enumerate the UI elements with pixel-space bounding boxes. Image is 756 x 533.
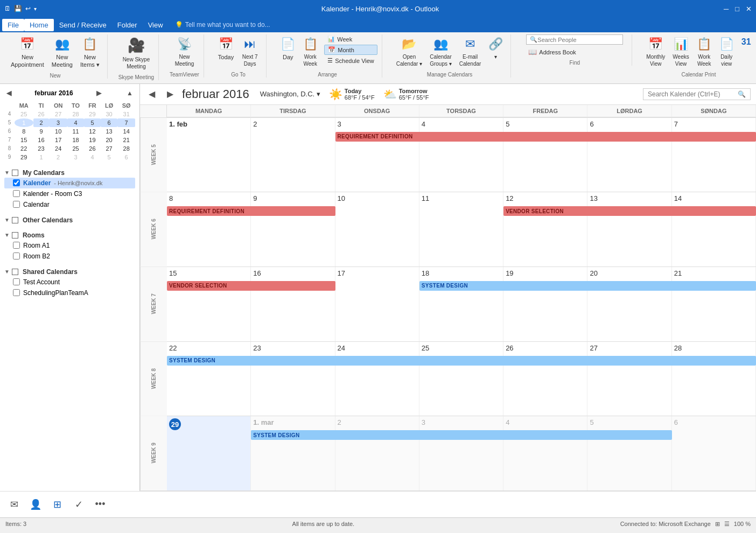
mail-nav-button[interactable]: ✉ bbox=[4, 495, 24, 514]
mini-cal-day-4-6[interactable]: 31 bbox=[117, 110, 135, 118]
mini-week-num-9[interactable]: 9 bbox=[4, 153, 15, 162]
weeks-view-button[interactable]: 📊 Weeks View bbox=[669, 34, 692, 69]
mini-cal-day-7-5[interactable]: 20 bbox=[101, 136, 118, 144]
mini-cal-day-8-3[interactable]: 25 bbox=[67, 144, 84, 153]
room-a1-item[interactable]: Room A1 bbox=[4, 240, 135, 251]
cal-day-WEEK-9-5[interactable]: 5 bbox=[587, 416, 671, 490]
cal-day-WEEK-5-5[interactable]: 6 bbox=[587, 118, 671, 192]
test-account-checkbox[interactable] bbox=[13, 278, 20, 285]
kalender-henrik-checkbox[interactable] bbox=[13, 179, 20, 186]
event-requirement-definition-week-1[interactable]: REQUIREMENT DEFINITION bbox=[335, 132, 756, 142]
cal-day-WEEK-9-3[interactable]: 3 bbox=[419, 416, 503, 490]
cal-day-WEEK-7-2[interactable]: 17 bbox=[335, 267, 419, 341]
quick-access-save[interactable]: 💾 bbox=[14, 5, 22, 12]
cal-day-WEEK-5-4[interactable]: 5 bbox=[503, 118, 587, 192]
share-button[interactable]: 🔗 ▾ bbox=[485, 34, 506, 62]
event-requirement-definition-week-2[interactable]: REQUIREMENT DEFINITION bbox=[167, 206, 335, 216]
daily-view-button[interactable]: 📄 Daily view bbox=[716, 34, 737, 69]
cal-day-WEEK-6-0[interactable]: 8 bbox=[167, 192, 251, 266]
cal-next-button[interactable]: ▶ bbox=[164, 88, 177, 100]
rooms-header[interactable]: ▼ Rooms bbox=[4, 230, 135, 240]
maximize-button[interactable]: □ bbox=[735, 5, 739, 13]
mini-cal-day-9-5[interactable]: 5 bbox=[101, 153, 118, 162]
cal-day-WEEK-5-6[interactable]: 7 bbox=[672, 118, 756, 192]
more-nav-button[interactable]: ••• bbox=[90, 495, 110, 514]
mini-cal-day-5-2[interactable]: 3 bbox=[49, 118, 67, 127]
kalender-roomc3-checkbox[interactable] bbox=[13, 190, 20, 197]
cal-day-WEEK-8-1[interactable]: 23 bbox=[251, 342, 335, 416]
mini-cal-day-7-6[interactable]: 21 bbox=[117, 136, 135, 144]
kalender-roomc3-item[interactable]: Kalender - Room C3 bbox=[4, 188, 135, 199]
cal-day-WEEK-9-2[interactable]: 2 bbox=[335, 416, 419, 490]
cal-day-WEEK-8-2[interactable]: 24 bbox=[335, 342, 419, 416]
event-system-design-week-3[interactable]: SYSTEM DESIGN bbox=[419, 281, 756, 291]
my-calendars-header[interactable]: ▼ My Calendars bbox=[4, 168, 135, 178]
mini-week-num-5[interactable]: 5 bbox=[4, 118, 15, 127]
scheduling-plan-item[interactable]: SchedulingPlanTeamA bbox=[4, 287, 135, 298]
event-vendor-selection-week-2[interactable]: VENDOR SELECTION bbox=[503, 206, 756, 216]
cal-day-WEEK-6-2[interactable]: 10 bbox=[335, 192, 419, 266]
minimize-button[interactable]: ─ bbox=[724, 5, 729, 13]
mini-cal-day-9-6[interactable]: 6 bbox=[117, 153, 135, 162]
view-switcher-icon2[interactable]: ☰ bbox=[724, 521, 730, 528]
cal-day-WEEK-5-0[interactable]: 1. feb bbox=[167, 118, 251, 192]
new-meeting-button[interactable]: 👥 New Meeting bbox=[48, 34, 76, 71]
room-b2-checkbox[interactable] bbox=[13, 253, 20, 260]
mini-cal-day-5-1[interactable]: 2 bbox=[33, 118, 50, 127]
email-calendar-button[interactable]: ✉ E-mail Calendar bbox=[456, 34, 485, 69]
test-account-item[interactable]: Test Account bbox=[4, 277, 135, 287]
search-people-wrap[interactable]: 🔍 bbox=[526, 34, 623, 45]
cal-day-WEEK-5-3[interactable]: 4 bbox=[419, 118, 503, 192]
mini-cal-day-5-5[interactable]: 6 bbox=[101, 118, 118, 127]
new-appointment-button[interactable]: 📅 New Appointment bbox=[8, 34, 47, 71]
mini-cal-day-7-1[interactable]: 16 bbox=[33, 136, 50, 144]
cal-day-WEEK-7-3[interactable]: 18 bbox=[419, 267, 503, 341]
mini-cal-day-5-3[interactable]: 4 bbox=[67, 118, 84, 127]
cal-search-box[interactable]: 🔍 bbox=[643, 88, 751, 100]
mini-cal-day-8-2[interactable]: 24 bbox=[49, 144, 67, 153]
menu-send-receive[interactable]: Send / Receive bbox=[54, 19, 112, 31]
mini-cal-day-4-5[interactable]: 30 bbox=[101, 110, 118, 118]
mini-cal-day-6-4[interactable]: 12 bbox=[84, 127, 101, 136]
cal-day-WEEK-6-3[interactable]: 11 bbox=[419, 192, 503, 266]
cal-day-WEEK-5-2[interactable]: 3 bbox=[335, 118, 419, 192]
day-view-button[interactable]: 📄 Day bbox=[277, 34, 298, 63]
mini-cal-day-6-0[interactable]: 8 bbox=[15, 127, 33, 136]
my-cal-checkbox[interactable] bbox=[12, 170, 18, 176]
cal-search-input[interactable] bbox=[648, 90, 738, 98]
tasks-nav-button[interactable]: ✓ bbox=[69, 495, 88, 514]
menu-home[interactable]: Home bbox=[24, 19, 54, 31]
mini-cal-day-4-1[interactable]: 26 bbox=[33, 110, 50, 118]
cal-day-WEEK-9-4[interactable]: 4 bbox=[503, 416, 587, 490]
mini-cal-collapse[interactable]: ▲ bbox=[124, 88, 135, 98]
today-button[interactable]: 📅 Today bbox=[215, 34, 237, 63]
cal-day-WEEK-9-6[interactable]: 6 bbox=[672, 416, 756, 490]
mini-cal-day-7-0[interactable]: 15 bbox=[15, 136, 33, 144]
calendar-groups-button[interactable]: 👥 Calendar Groups ▾ bbox=[426, 34, 455, 69]
print-num-button[interactable]: 31 bbox=[738, 34, 754, 51]
event-vendor-selection-week-3[interactable]: VENDOR SELECTION bbox=[167, 281, 335, 291]
mini-cal-day-7-3[interactable]: 18 bbox=[67, 136, 84, 144]
mini-cal-day-5-4[interactable]: 5 bbox=[84, 118, 101, 127]
address-book-button[interactable]: 📖 Address Book bbox=[526, 46, 623, 58]
mini-cal-day-5-6[interactable]: 7 bbox=[117, 118, 135, 127]
cal-day-WEEK-8-5[interactable]: 27 bbox=[587, 342, 671, 416]
month-view-button[interactable]: 📅 Month bbox=[324, 45, 377, 55]
mini-cal-day-6-6[interactable]: 14 bbox=[117, 127, 135, 136]
cal-day-WEEK-6-1[interactable]: 9 bbox=[251, 192, 335, 266]
new-skype-meeting-button[interactable]: 🎥 New Skype Meeting bbox=[120, 34, 153, 72]
calendar-nav-button[interactable]: ⊞ bbox=[47, 495, 67, 514]
mini-cal-day-4-4[interactable]: 29 bbox=[84, 110, 101, 118]
cal-day-WEEK-8-6[interactable]: 28 bbox=[672, 342, 756, 416]
mini-cal-day-9-2[interactable]: 2 bbox=[49, 153, 67, 162]
mini-cal-day-8-5[interactable]: 27 bbox=[101, 144, 118, 153]
mini-cal-day-8-4[interactable]: 26 bbox=[84, 144, 101, 153]
search-people-input[interactable] bbox=[537, 37, 619, 43]
scheduling-plan-checkbox[interactable] bbox=[13, 289, 20, 296]
cal-day-WEEK-6-6[interactable]: 14 bbox=[672, 192, 756, 266]
room-a1-checkbox[interactable] bbox=[13, 242, 20, 249]
work-week-view-button[interactable]: 📋 Work Week bbox=[694, 34, 715, 69]
mini-week-num-4[interactable]: 4 bbox=[4, 110, 15, 118]
other-calendars-header[interactable]: ▼ Other Calendars bbox=[4, 215, 135, 225]
cal-day-WEEK-8-0[interactable]: 22 bbox=[167, 342, 251, 416]
